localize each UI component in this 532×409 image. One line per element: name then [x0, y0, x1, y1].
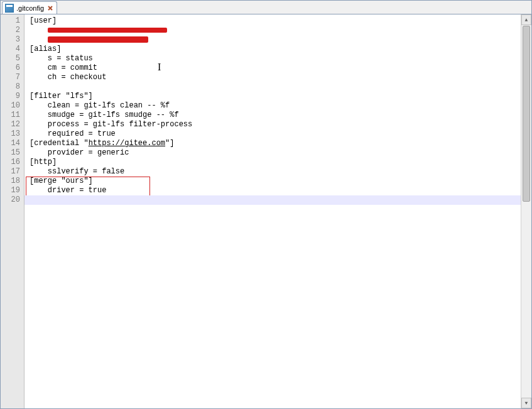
scroll-down-button[interactable]: ▼ — [521, 398, 531, 408]
editor-area: 1234567891011121314151617181920 I [user]… — [1, 14, 531, 408]
line-number: 4 — [1, 45, 24, 54]
code-line[interactable] — [24, 82, 521, 92]
code-line[interactable]: s = status — [24, 54, 521, 63]
line-number: 17 — [1, 167, 24, 177]
code-line[interactable] — [24, 35, 521, 45]
line-number: 20 — [1, 195, 24, 205]
line-number: 6 — [1, 63, 24, 73]
code-line[interactable]: [alias] — [24, 45, 521, 54]
code-line[interactable]: [credential "https://gitee.com"] — [24, 139, 521, 148]
close-icon[interactable] — [46, 4, 54, 12]
line-number: 15 — [1, 148, 24, 158]
tab-bar: .gitconfig — [1, 1, 531, 14]
line-number: 13 — [1, 129, 24, 139]
code-line[interactable]: [user] — [24, 16, 521, 26]
code-line[interactable]: [merge "ours"] — [24, 177, 521, 186]
code-line[interactable]: sslverify = false — [24, 167, 521, 177]
line-number: 8 — [1, 82, 24, 92]
code-line[interactable]: ch = checkout — [24, 73, 521, 82]
line-number: 11 — [1, 111, 24, 120]
file-icon — [5, 4, 14, 13]
line-number: 10 — [1, 101, 24, 111]
redacted-content — [48, 36, 148, 43]
line-number-gutter: 1234567891011121314151617181920 — [1, 14, 24, 408]
line-number: 19 — [1, 186, 24, 195]
code-line[interactable]: driver = true — [24, 186, 521, 195]
line-number: 16 — [1, 158, 24, 167]
line-number: 9 — [1, 92, 24, 101]
code-line[interactable]: clean = git-lfs clean -- %f — [24, 101, 521, 111]
credential-url: https://gitee.com — [89, 139, 165, 148]
code-line[interactable]: cm = commit — [24, 63, 521, 73]
code-line[interactable]: process = git-lfs filter-process — [24, 120, 521, 129]
line-number: 2 — [1, 26, 24, 35]
file-tab[interactable]: .gitconfig — [2, 1, 57, 14]
line-number: 14 — [1, 139, 24, 148]
vertical-scrollbar[interactable]: ▲ ▼ — [521, 14, 531, 408]
code-line[interactable] — [24, 195, 521, 205]
code-line[interactable]: [filter "lfs"] — [24, 92, 521, 101]
scroll-up-button[interactable]: ▲ — [521, 14, 531, 25]
code-line[interactable]: provider = generic — [24, 148, 521, 158]
code-line[interactable]: [http] — [24, 158, 521, 167]
code-line[interactable] — [24, 26, 521, 35]
line-number: 12 — [1, 120, 24, 129]
code-line[interactable]: smudge = git-lfs smudge -- %f — [24, 111, 521, 120]
code-line[interactable]: required = true — [24, 129, 521, 139]
code-content[interactable]: I [user] [alias] s = status cm = commit … — [24, 14, 521, 408]
line-number: 18 — [1, 177, 24, 186]
line-number: 7 — [1, 73, 24, 82]
scroll-thumb[interactable] — [523, 26, 530, 202]
line-number: 5 — [1, 54, 24, 63]
redacted-content — [48, 28, 167, 33]
tab-filename: .gitconfig — [16, 4, 44, 12]
line-number: 3 — [1, 35, 24, 45]
line-number: 1 — [1, 16, 24, 26]
